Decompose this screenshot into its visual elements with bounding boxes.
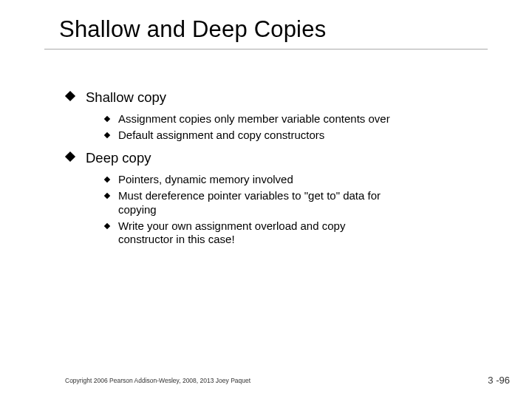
footer-page-number: 3 -96 [488,375,510,386]
diamond-bullet-icon [65,91,75,101]
list-item-text: Write your own assignment overload and c… [118,219,345,245]
section-shallow-copy: Shallow copy Assignment copies only memb… [66,89,480,142]
list-item: Assignment copies only member variable c… [105,112,400,126]
diamond-bullet-icon [104,223,110,229]
diamond-bullet-icon [104,177,110,183]
diamond-bullet-icon [65,151,75,162]
section-label: Shallow copy [86,89,166,105]
section-label: Deep copy [86,150,151,166]
slide-title: Shallow and Deep Copies [59,16,326,43]
bullet-list-level2: Pointers, dynamic memory involved Must d… [105,173,480,246]
diamond-bullet-icon [104,132,110,138]
list-item: Pointers, dynamic memory involved [105,173,400,186]
diamond-bullet-icon [104,115,110,121]
slide-body: Shallow copy Assignment copies only memb… [66,89,480,253]
list-item: Default assignment and copy constructors [105,129,400,142]
list-item-text: Pointers, dynamic memory involved [118,173,293,185]
section-deep-copy: Deep copy Pointers, dynamic memory invol… [66,149,480,246]
slide: Shallow and Deep Copies Shallow copy Ass… [0,0,532,399]
bullet-list-level2: Assignment copies only member variable c… [105,112,480,143]
bullet-list-level1: Shallow copy Assignment copies only memb… [66,89,480,246]
footer-copyright: Copyright 2006 Pearson Addison-Wesley, 2… [65,377,250,384]
list-item: Must dereference pointer variables to "g… [105,189,400,216]
list-item-text: Assignment copies only member variable c… [118,112,390,125]
title-divider [44,49,488,50]
list-item: Write your own assignment overload and c… [105,219,400,247]
list-item-text: Must dereference pointer variables to "g… [118,189,381,215]
diamond-bullet-icon [104,193,110,199]
list-item-text: Default assignment and copy constructors [118,129,324,141]
